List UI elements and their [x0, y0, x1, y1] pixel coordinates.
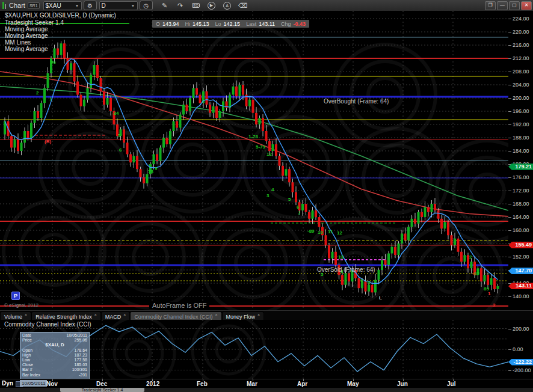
- tooltip-bar-value: 100/301: [72, 367, 87, 372]
- chevron-down-icon[interactable]: ▼: [75, 4, 79, 8]
- low-value: 142.15: [224, 21, 241, 27]
- candle-annotation: 12: [266, 152, 272, 157]
- candle-annotation: 9: [368, 280, 371, 286]
- tooltip-price-value: 255.06: [75, 338, 87, 343]
- close-icon[interactable]: ×: [25, 313, 27, 317]
- close-icon[interactable]: ×: [215, 313, 217, 317]
- chart-badge: SR1: [28, 2, 40, 9]
- page-tab-bar: Tradesight Seeker 1.4: [0, 388, 533, 392]
- overbought-label: OverBought (Frame: 64): [324, 98, 389, 105]
- price-axis-label: 160.00: [513, 227, 529, 233]
- window-titlebar: Chart SR1 $XAU ▼ ⚙ D ▼ ◷ ✎↷EQ▶A⌫ ❐—▢✕: [0, 0, 533, 11]
- close-icon[interactable]: ×: [257, 313, 260, 317]
- pencil-button[interactable]: ✎: [159, 1, 171, 10]
- popout-button[interactable]: ❐: [485, 1, 496, 10]
- tooltip-high-value: 187.23: [75, 353, 87, 358]
- auto-circle-button[interactable]: A: [221, 1, 233, 10]
- price-axis-label: 224.00: [513, 16, 529, 22]
- price-tag: 179.21: [508, 164, 533, 170]
- autoframe-status: AutoFrame is OFF: [149, 302, 209, 309]
- price-axis-tick: [508, 138, 511, 138]
- candles: [4, 40, 499, 298]
- interval-input[interactable]: D ▼: [99, 1, 138, 10]
- symbol-value: $XAU: [46, 2, 73, 9]
- maximize-button[interactable]: ▢: [509, 1, 520, 10]
- properties-badge[interactable]: P: [11, 292, 20, 300]
- dyn-mode-label: Dyn: [2, 380, 13, 387]
- tooltip-barindex-value: -201: [79, 373, 87, 378]
- price-axis-label: 168.00: [513, 201, 529, 207]
- price-axis-tick: [508, 111, 511, 112]
- time-axis-label: Jul: [447, 381, 455, 387]
- candle-annotation: 4: [271, 187, 274, 192]
- tooltip-bar-label: Bar #: [22, 367, 32, 372]
- price-axis-label: 192.00: [513, 121, 529, 127]
- candle-annotation: 5-79: [256, 144, 266, 150]
- candle-annotation: -89: [307, 228, 315, 234]
- time-axis-label: Feb: [197, 381, 208, 387]
- interval-value: D: [102, 2, 129, 9]
- price-axis-tick: [508, 45, 511, 46]
- tab-label: Commodity Channel Index (CCI): [134, 314, 212, 320]
- close-icon[interactable]: ×: [94, 313, 97, 317]
- price-axis: 224.00220.00216.00212.00208.00204.00200.…: [508, 11, 533, 310]
- price-axis-label: 188.00: [513, 135, 529, 141]
- study-tabs-bar: Volume×Relative Strength Index×MACD×Comm…: [0, 310, 533, 320]
- time-axis-label: Dec: [96, 381, 107, 387]
- cci-axis-label: 0.00: [513, 346, 523, 352]
- minimize-button[interactable]: —: [497, 1, 508, 10]
- play-circle-button[interactable]: ▶: [206, 1, 218, 10]
- candle-annotation: 1: [488, 291, 491, 296]
- candle-annotation: -34: [112, 111, 119, 116]
- cci-axis-label: 200.00: [513, 326, 529, 332]
- auto-circle-icon: A: [223, 2, 231, 10]
- candle-annotation: 96: [51, 60, 56, 65]
- chevron-down-icon[interactable]: ▼: [131, 4, 135, 8]
- time-settings-button[interactable]: ◷: [140, 1, 153, 10]
- chart-title: $XAU,PHLX GOLD/SILVER, D (Dynamic): [5, 12, 116, 19]
- price-axis-tick: [508, 204, 511, 204]
- tooltip-date-value: 10/05/2011: [66, 333, 87, 338]
- symbol-settings-button[interactable]: ⚙: [84, 1, 97, 10]
- close-button[interactable]: ✕: [521, 1, 532, 10]
- high-value: 145.13: [193, 21, 209, 27]
- candle-annotation: 2: [493, 302, 496, 308]
- page-tab-tradesight-seeker[interactable]: Tradesight Seeker 1.4: [60, 388, 144, 392]
- chg-value: -0.43: [294, 21, 306, 27]
- price-axis-tick: [508, 85, 511, 85]
- tooltip-high-label: High: [22, 353, 31, 358]
- quote-box-button[interactable]: EQ: [190, 1, 202, 10]
- candle-annotation: 5: [118, 133, 121, 138]
- candle-annotation: 67: [474, 271, 479, 277]
- cci-axis-tick: [508, 329, 511, 329]
- price-axis-label: 176.00: [513, 174, 529, 180]
- main-chart-plot[interactable]: 9621-34(R)567891-785-791243567-891011121…: [0, 11, 508, 310]
- candle-annotation: 12: [337, 230, 342, 236]
- symbol-input[interactable]: $XAU ▼: [43, 1, 82, 10]
- close-icon[interactable]: ×: [123, 313, 126, 317]
- open-value: 143.94: [162, 21, 179, 27]
- price-axis-label: 140.00: [513, 293, 529, 299]
- time-axis-label: Apr: [297, 381, 307, 387]
- price-axis-label: 204.00: [513, 82, 529, 88]
- clock-icon: ◷: [143, 2, 149, 9]
- crosshair-date-highlight: 10/05/2011: [20, 380, 47, 387]
- tooltip-symbol: $XAU, D: [22, 343, 87, 348]
- price-tag: 143.11: [508, 283, 533, 289]
- price-axis-label: 184.00: [513, 148, 529, 154]
- play-circle-icon: ▶: [208, 2, 215, 10]
- gear-icon: ⚙: [87, 2, 93, 9]
- eraser-button[interactable]: ⌫: [237, 1, 249, 10]
- candle-annotation: L: [379, 295, 382, 301]
- curve-arrow-button[interactable]: ↷: [174, 1, 186, 10]
- tab-label: Volume: [4, 314, 22, 320]
- tab-label: Relative Strength Index: [35, 314, 92, 320]
- time-axis-label: 2012: [146, 381, 159, 387]
- candle-annotation: 11: [328, 229, 333, 234]
- candle-annotation: 6: [360, 278, 363, 283]
- cci-value-tag: -122.22: [508, 359, 533, 366]
- price-axis-tick: [508, 257, 511, 257]
- window-title: Chart: [9, 2, 25, 9]
- time-axis-label: Nov: [46, 381, 58, 387]
- legend-moving-average-1: Moving Average: [5, 26, 48, 32]
